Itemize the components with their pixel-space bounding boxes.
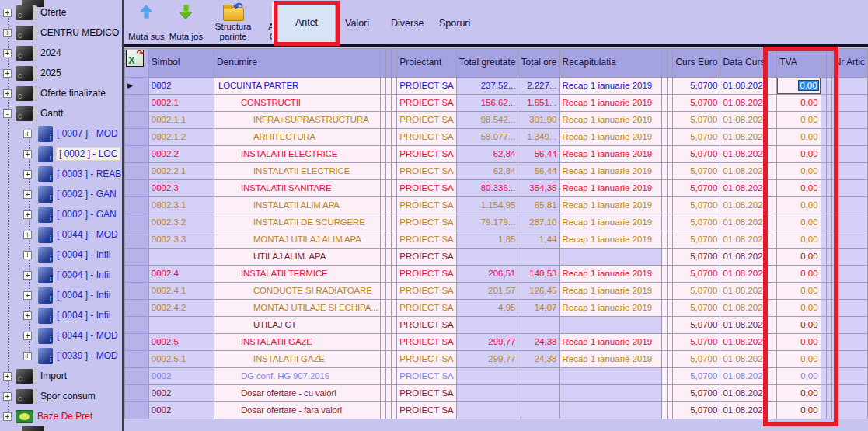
cell-proiectant[interactable]: PROIECT SA	[397, 197, 456, 214]
cell-total-greutate[interactable]: 299,77	[456, 351, 518, 368]
cell-total-greutate[interactable]: 58.077...	[456, 129, 518, 146]
cell-data-curs[interactable]: 01.08.2025	[720, 146, 777, 163]
cell-data-curs[interactable]: 01.08.2025	[720, 95, 777, 112]
cell-denumire[interactable]: LOCUINTA PARTER	[214, 78, 380, 95]
cell-recapitulatia[interactable]: Recap 1 ianuarie 2019	[559, 231, 662, 249]
cell-simbol[interactable]: 0002.3.1	[148, 197, 214, 214]
cell-total-ore[interactable]: 126,45	[518, 283, 559, 300]
cell-tva[interactable]: 0,00	[777, 95, 821, 112]
cell-recapitulatia[interactable]: Recap 1 ianuarie 2019	[559, 351, 662, 368]
tree-item[interactable]: +c2024	[0, 43, 122, 63]
cell-total-ore[interactable]: 301,90	[518, 112, 559, 129]
column-header-tva[interactable]: TVA	[777, 49, 821, 78]
cell-recapitulatia[interactable]: Recap 1 ianuarie 2019	[559, 283, 662, 300]
cell-denumire[interactable]: INSTALATII ALIM APA	[214, 197, 380, 214]
expand-icon[interactable]: +	[23, 150, 32, 158]
tree-item[interactable]: -cGantt	[0, 103, 122, 123]
cell-simbol[interactable]: 0002.5	[148, 334, 214, 351]
expand-icon[interactable]: +	[23, 291, 32, 300]
cell-data-curs[interactable]: 01.08.2025	[720, 214, 777, 231]
cell-total-ore[interactable]: 1.349...	[518, 129, 559, 146]
cell-curs-euro[interactable]: 5,0700	[673, 402, 720, 419]
cell-proiectant[interactable]: PROIECT SA	[397, 402, 456, 419]
column-header-total-greutate[interactable]: Total greutate	[456, 49, 518, 78]
cell-nr-articole[interactable]	[831, 266, 867, 283]
cell-tva[interactable]: 0,00	[777, 78, 821, 95]
cell-nr-articole[interactable]	[831, 249, 867, 266]
current-row-indicator[interactable]: ▶	[125, 78, 149, 95]
column-header-nr-articole[interactable]: Nr Artic	[831, 49, 867, 78]
cell-nr-articole[interactable]	[831, 214, 867, 231]
cell-nr-articole[interactable]	[831, 112, 867, 129]
cell-recapitulatia[interactable]: Recap 1 ianuarie 2019	[559, 266, 662, 283]
cell-simbol[interactable]: 0002.4.1	[148, 283, 214, 300]
cell-simbol[interactable]: 0002.3.3	[148, 231, 214, 249]
row-selector-cell[interactable]	[125, 385, 149, 402]
cell-simbol[interactable]: 0002	[148, 402, 214, 419]
row-selector-cell[interactable]	[125, 112, 149, 129]
cell-tva[interactable]: 0,00	[777, 231, 821, 249]
cell-total-ore[interactable]: 354,35	[518, 180, 559, 197]
expand-icon[interactable]: +	[23, 170, 32, 179]
cell-data-curs[interactable]: 01.08.2025	[720, 300, 777, 317]
tab-valori[interactable]: Valori	[345, 18, 369, 29]
cell-total-ore[interactable]	[518, 317, 559, 334]
cell-nr-articole[interactable]	[831, 334, 867, 351]
cell-curs-euro[interactable]: 5,0700	[673, 249, 720, 266]
cell-data-curs[interactable]: 01.08.2025	[720, 317, 777, 334]
cell-recapitulatia[interactable]: Recap 1 ianuarie 2019	[559, 146, 662, 163]
cell-tva[interactable]: 0,00	[777, 249, 821, 266]
cell-recapitulatia[interactable]: Recap 1 ianuarie 2019	[559, 112, 662, 129]
cell-denumire[interactable]: Dosar ofertare - fara valori	[214, 402, 380, 419]
cell-recapitulatia[interactable]: Recap 1 ianuarie 2019	[559, 129, 662, 146]
cell-proiectant[interactable]: PROIECT SA	[397, 112, 456, 129]
expand-icon[interactable]: +	[23, 130, 32, 138]
tab-antet[interactable]: Antet	[277, 2, 336, 42]
tree-item[interactable]: +cSpor consum	[0, 386, 122, 406]
cell-simbol[interactable]: 0002.1.2	[148, 129, 214, 146]
cell-simbol[interactable]	[148, 317, 214, 334]
cell-simbol[interactable]: 0002.1	[148, 95, 214, 112]
cell-curs-euro[interactable]: 5,0700	[673, 368, 720, 385]
cell-recapitulatia[interactable]	[559, 368, 662, 385]
cell-recapitulatia[interactable]: Recap 1 ianuarie 2019	[559, 95, 662, 112]
row-selector-cell[interactable]	[125, 334, 149, 351]
row-selector-cell[interactable]	[125, 266, 149, 283]
cell-nr-articole[interactable]	[831, 197, 867, 214]
cell-nr-articole[interactable]	[831, 368, 867, 385]
cell-denumire[interactable]: MONTAJ UTILAJE SI ECHIPA...	[214, 300, 380, 317]
cell-proiectant[interactable]: PROIECT SA	[397, 129, 456, 146]
cell-total-greutate[interactable]: 79.179...	[456, 214, 518, 231]
cell-recapitulatia[interactable]: Recap 1 ianuarie 2019	[559, 334, 662, 351]
cell-data-curs[interactable]: 01.08.2025	[720, 351, 777, 368]
cell-data-curs[interactable]: 01.08.2025	[720, 163, 777, 180]
cell-data-curs[interactable]: 01.08.2025	[720, 283, 777, 300]
cell-simbol[interactable]: 0002.5.1	[148, 351, 214, 368]
cell-denumire[interactable]: INFRA+SUPRASTRUCTURA	[214, 112, 380, 129]
expand-icon[interactable]: +	[3, 49, 12, 57]
expand-icon[interactable]: +	[23, 190, 32, 199]
cell-proiectant[interactable]: PROIECT SA	[397, 78, 456, 95]
cell-data-curs[interactable]: 01.08.2025	[720, 78, 777, 95]
cell-nr-articole[interactable]	[831, 180, 867, 197]
tree-item[interactable]: +cCENTRU MEDICO S	[0, 23, 122, 43]
cell-simbol[interactable]: 0002	[148, 78, 214, 95]
cell-denumire[interactable]: ARHITECTURA	[214, 129, 380, 146]
cell-recapitulatia[interactable]	[559, 385, 662, 402]
cell-total-greutate[interactable]: 206,51	[456, 266, 518, 283]
row-selector-cell[interactable]	[125, 351, 149, 368]
row-selector-cell[interactable]	[125, 95, 149, 112]
column-header-simbol[interactable]: Simbol	[148, 49, 214, 78]
cell-tva[interactable]: 0,00	[777, 300, 821, 317]
row-selector-cell[interactable]	[125, 163, 149, 180]
cell-total-greutate[interactable]: 1.154,95	[456, 197, 518, 214]
cell-tva[interactable]: 0,00	[777, 368, 821, 385]
cell-data-curs[interactable]: 01.08.2025	[720, 231, 777, 249]
expand-icon[interactable]: +	[23, 332, 32, 340]
cell-simbol[interactable]: 0002.3	[148, 180, 214, 197]
cell-recapitulatia[interactable]	[559, 317, 662, 334]
cell-proiectant[interactable]: PROIECT SA	[397, 266, 456, 283]
cell-tva[interactable]: 0,00	[777, 334, 821, 351]
cell-total-ore[interactable]	[518, 385, 559, 402]
cell-nr-articole[interactable]	[831, 317, 867, 334]
